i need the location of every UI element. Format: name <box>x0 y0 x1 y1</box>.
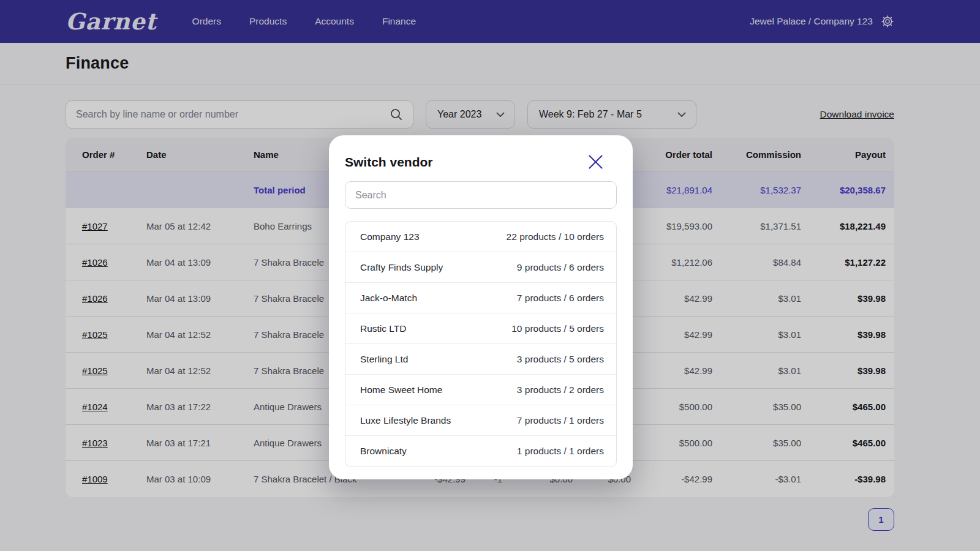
vendor-row[interactable]: Home Sweet Home3 products / 2 orders <box>345 375 616 405</box>
vendor-name: Rustic LTD <box>360 323 407 334</box>
vendor-row[interactable]: Sterling Ltd3 products / 5 orders <box>345 344 616 375</box>
vendor-row[interactable]: Rustic LTD10 products / 5 orders <box>345 313 616 344</box>
vendor-search-input[interactable] <box>345 181 617 209</box>
modal-header: Switch vendor <box>345 152 617 172</box>
close-icon[interactable] <box>586 152 606 172</box>
vendor-row[interactable]: Jack-o-Match7 products / 6 orders <box>345 283 616 313</box>
vendor-list: Company 12322 products / 10 ordersCrafty… <box>345 221 617 467</box>
vendor-stats: 7 products / 6 orders <box>517 293 604 304</box>
vendor-name: Brownicaty <box>360 446 407 457</box>
vendor-stats: 1 products / 1 orders <box>517 446 604 457</box>
vendor-name: Luxe Lifestyle Brands <box>360 415 451 426</box>
vendor-name: Jack-o-Match <box>360 293 417 304</box>
vendor-row[interactable]: Brownicaty1 products / 1 orders <box>345 436 616 467</box>
vendor-stats: 10 products / 5 orders <box>511 323 604 334</box>
vendor-stats: 3 products / 5 orders <box>517 354 604 365</box>
vendor-row[interactable]: Luxe Lifestyle Brands7 products / 1 orde… <box>345 405 616 436</box>
vendor-name: Crafty Finds Supply <box>360 262 443 273</box>
vendor-name: Home Sweet Home <box>360 384 442 395</box>
vendor-stats: 3 products / 2 orders <box>517 384 604 395</box>
vendor-stats: 22 products / 10 orders <box>507 231 604 242</box>
vendor-row[interactable]: Company 12322 products / 10 orders <box>345 222 616 252</box>
vendor-stats: 9 products / 6 orders <box>517 262 604 273</box>
vendor-row[interactable]: Crafty Finds Supply9 products / 6 orders <box>345 252 616 283</box>
switch-vendor-modal: Switch vendor Company 12322 products / 1… <box>329 135 633 479</box>
modal-title: Switch vendor <box>345 155 433 170</box>
vendor-name: Company 123 <box>360 231 420 242</box>
vendor-stats: 7 products / 1 orders <box>517 415 604 426</box>
vendor-name: Sterling Ltd <box>360 354 408 365</box>
